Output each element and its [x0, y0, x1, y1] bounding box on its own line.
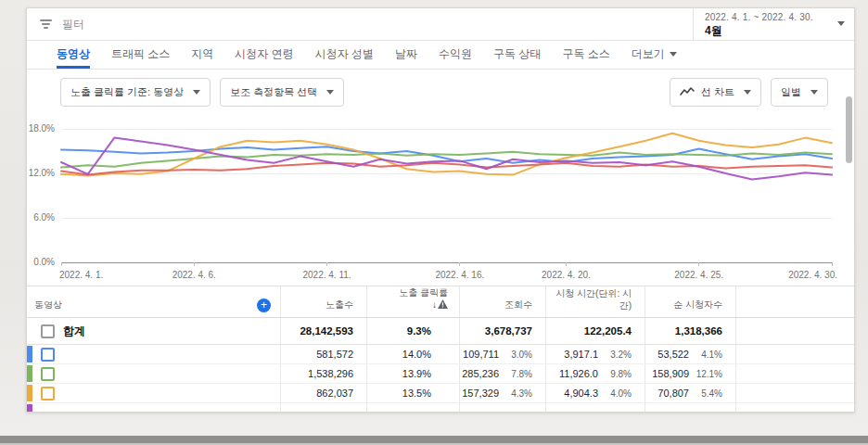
- analytics-panel: 필터 2022. 4. 1. ~ 2022. 4. 30. 4월 동영상 트래픽…: [26, 7, 855, 413]
- cell-ctr: 13.9%: [402, 368, 431, 379]
- column-header-watch-time[interactable]: 시청 시간(단위: 시간): [546, 286, 645, 317]
- svg-text:2022. 4. 16.: 2022. 4. 16.: [435, 270, 484, 280]
- cell-views: 157,329: [460, 388, 499, 399]
- date-range-picker[interactable]: 2022. 4. 1. ~ 2022. 4. 30. 4월: [693, 8, 854, 40]
- column-header-empty: [736, 286, 854, 317]
- window-bottom-bar: [0, 436, 868, 443]
- svg-text:2022. 4. 20.: 2022. 4. 20.: [542, 270, 591, 280]
- interval-button[interactable]: 일별: [771, 78, 828, 107]
- cell-watch-pct: 4.0%: [598, 388, 632, 399]
- svg-text:2022. 4. 6.: 2022. 4. 6.: [172, 270, 216, 280]
- cell-watch-pct: 3.2%: [598, 350, 632, 360]
- table-total-row: 합계 28,142,593 9.3% 3,678,737 122,205.4 1…: [27, 318, 854, 345]
- table-row[interactable]: 1,538,296 13.9% 285,2367.8% 11,926.09.8%…: [27, 364, 854, 384]
- table-row[interactable]: 581,572 14.0% 109,7113.0% 3,917.13.2% 53…: [27, 345, 854, 364]
- row-checkbox[interactable]: [41, 348, 55, 362]
- svg-text:2022. 4. 30.: 2022. 4. 30.: [788, 270, 837, 280]
- row-checkbox[interactable]: [41, 367, 55, 381]
- chevron-down-icon: [837, 21, 845, 26]
- series-color-bar: [27, 404, 32, 413]
- line-chart-icon: [680, 86, 695, 97]
- date-period-text: 4월: [705, 23, 830, 39]
- cell-unique: 70,807: [645, 388, 689, 399]
- column-header-views[interactable]: 조회수: [460, 286, 546, 317]
- videos-table: 동영상 + 노출수 노출 클릭률 ↓ 조회수 시청 시간(단위: 시간) 순 시…: [27, 286, 854, 413]
- svg-text:2022. 4. 25.: 2022. 4. 25.: [674, 270, 723, 280]
- tab-traffic-source[interactable]: 트래픽 소스: [111, 41, 170, 69]
- total-checkbox[interactable]: [41, 324, 55, 338]
- total-impressions: 28,142,593: [281, 318, 367, 344]
- table-row[interactable]: 862,037 13.5% 157,3294.3% 4,904.34.0% 70…: [27, 384, 854, 403]
- cell-impressions: 1,538,296: [308, 368, 353, 379]
- total-unique-viewers: 1,318,366: [645, 318, 736, 344]
- row-checkbox[interactable]: [41, 387, 55, 400]
- tab-videos[interactable]: 동영상: [57, 41, 90, 69]
- table-header-row: 동영상 + 노출수 노출 클릭률 ↓ 조회수 시청 시간(단위: 시간) 순 시…: [27, 286, 854, 318]
- page: 필터 2022. 4. 1. ~ 2022. 4. 30. 4월 동영상 트래픽…: [0, 0, 868, 445]
- cell-ctr: 14.0%: [402, 349, 431, 360]
- cell-unique: 53,522: [645, 349, 689, 360]
- chart-type-button[interactable]: 선 차트: [670, 78, 761, 107]
- sort-desc-icon: ↓: [432, 299, 437, 310]
- chevron-down-icon: [193, 90, 200, 95]
- tab-more-label: 더보기: [632, 46, 665, 62]
- metric-select-label: 노출 클릭률 기준: 동영상: [70, 85, 184, 99]
- interval-label: 일별: [781, 85, 801, 99]
- secondary-metric-button[interactable]: 보조 측정항목 선택: [220, 78, 344, 107]
- cell-watch-time: 11,926.0: [546, 368, 598, 379]
- cell-unique: 158,909: [645, 368, 689, 379]
- cell-views: 109,711: [460, 349, 499, 360]
- ctr-line-chart[interactable]: 18.0%12.0%6.0%0.0%2022. 4. 1.2022. 4. 6.…: [27, 114, 854, 286]
- cell-watch-time: 4,904.3: [546, 388, 598, 399]
- total-watch-time: 122,205.4: [546, 318, 645, 344]
- column-header-unique-viewers[interactable]: 순 시청자수: [645, 286, 736, 317]
- total-label: 합계: [63, 324, 85, 339]
- table-row-clipped[interactable]: [27, 403, 854, 413]
- cell-unique-pct: 4.1%: [689, 350, 722, 360]
- column-header-video: 동영상: [34, 299, 62, 312]
- chart-controls: 노출 클릭률 기준: 동영상 보조 측정항목 선택 선 차트 일별: [27, 70, 854, 114]
- filter-input[interactable]: 필터: [62, 17, 84, 32]
- svg-text:6.0%: 6.0%: [33, 212, 55, 222]
- cell-impressions: 862,037: [316, 388, 353, 399]
- row-checkbox[interactable]: [41, 412, 55, 413]
- svg-text:12.0%: 12.0%: [29, 168, 55, 178]
- tab-date[interactable]: 날짜: [395, 41, 417, 69]
- vertical-scrollbar[interactable]: [846, 96, 852, 163]
- column-header-impressions[interactable]: 노출수: [281, 286, 367, 317]
- cell-unique-pct: 12.1%: [689, 369, 722, 379]
- chevron-down-icon: [670, 52, 677, 57]
- line-chart-svg: 18.0%12.0%6.0%0.0%2022. 4. 1.2022. 4. 6.…: [27, 114, 855, 286]
- series-color-bar: [27, 385, 32, 401]
- warning-icon: [438, 299, 448, 312]
- cell-impressions: 581,572: [316, 349, 353, 360]
- cell-views: 285,236: [460, 368, 499, 379]
- column-header-ctr[interactable]: 노출 클릭률 ↓: [367, 286, 460, 317]
- metric-select-button[interactable]: 노출 클릭률 기준: 동영상: [60, 78, 211, 107]
- chevron-down-icon: [744, 90, 751, 95]
- svg-text:2022. 4. 11.: 2022. 4. 11.: [303, 270, 351, 280]
- cell-unique-pct: 5.4%: [689, 388, 722, 399]
- cell-ctr: 13.5%: [402, 388, 431, 399]
- tab-subscription-source[interactable]: 구독 소스: [562, 41, 609, 69]
- report-tabs: 동영상 트래픽 소스 지역 시청자 연령 시청자 성별 날짜 수익원 구독 상태…: [27, 41, 854, 70]
- chevron-down-icon: [811, 90, 818, 95]
- tab-geography[interactable]: 지역: [191, 41, 213, 69]
- cell-views-pct: 7.8%: [499, 369, 532, 379]
- tab-viewer-age[interactable]: 시청자 연령: [235, 41, 293, 69]
- cell-views-pct: 3.0%: [499, 350, 532, 360]
- add-metric-icon[interactable]: +: [257, 299, 271, 312]
- tab-subscription-status[interactable]: 구독 상태: [493, 41, 541, 69]
- tab-viewer-gender[interactable]: 시청자 성별: [315, 41, 374, 69]
- cell-watch-time: 3,917.1: [546, 349, 598, 360]
- total-views: 3,678,737: [460, 318, 546, 344]
- chevron-down-icon: [326, 90, 334, 95]
- svg-text:18.0%: 18.0%: [29, 123, 55, 134]
- filter-bar: 필터 2022. 4. 1. ~ 2022. 4. 30. 4월: [27, 8, 854, 41]
- tab-revenue-source[interactable]: 수익원: [439, 41, 472, 69]
- chart-type-label: 선 차트: [701, 85, 734, 99]
- secondary-metric-label: 보조 측정항목 선택: [230, 85, 317, 99]
- tab-more[interactable]: 더보기: [632, 41, 677, 69]
- series-color-bar: [27, 346, 32, 362]
- svg-text:2022. 4. 1.: 2022. 4. 1.: [59, 270, 103, 280]
